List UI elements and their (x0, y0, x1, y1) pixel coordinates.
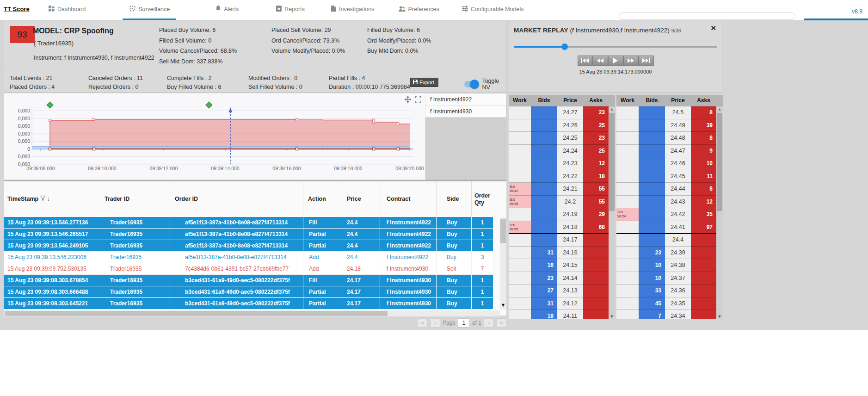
col-timestamp[interactable]: TimeStamp ↓ (4, 181, 96, 217)
tab-surveillance[interactable]: Surveillance (123, 0, 176, 20)
bid-cell[interactable] (531, 196, 557, 209)
bid-cell[interactable] (639, 119, 665, 132)
price-cell[interactable]: 24.45 (665, 170, 691, 183)
price-cell[interactable]: 24.16 (557, 247, 583, 260)
ask-cell[interactable]: 55 (583, 183, 609, 196)
price-cell[interactable]: 24.22 (557, 170, 583, 183)
ask-cell[interactable] (691, 310, 716, 319)
price-cell[interactable]: 24.11 (557, 310, 583, 319)
bid-cell[interactable]: 18 (531, 310, 557, 319)
play-button[interactable] (608, 56, 623, 66)
dom-row[interactable]: 24.4939 (616, 119, 716, 132)
bid-cell[interactable] (639, 196, 665, 209)
dom-row[interactable]: 24.479 (616, 145, 716, 158)
price-cell[interactable]: 24.24 (557, 145, 583, 158)
pan-icon[interactable] (405, 96, 411, 105)
bid-cell[interactable] (531, 208, 557, 221)
dom-row[interactable]: 3124.12 (509, 297, 609, 310)
bid-cell[interactable]: 33 (639, 285, 665, 297)
bid-cell[interactable] (639, 208, 665, 221)
ask-cell[interactable] (691, 285, 716, 297)
dom-row[interactable]: S:0W:4224.2155 (509, 183, 609, 196)
brand-tt-score[interactable]: TT Score (4, 6, 30, 12)
scrollbar-thumb[interactable] (717, 113, 722, 211)
table-row[interactable]: 15 Aug 23 09:39:09.752.530135Trader16935… (4, 263, 493, 275)
bid-cell[interactable] (531, 119, 557, 132)
fast-forward-button[interactable] (623, 56, 639, 66)
price-cell[interactable]: 24.43 (665, 196, 691, 209)
dom-row[interactable]: 24.4197 (616, 221, 716, 234)
ask-cell[interactable] (583, 310, 609, 319)
dom-row[interactable]: 1024.37 (616, 272, 716, 285)
instrument-item-4930[interactable]: f Instrument4930 (425, 105, 506, 118)
bid-cell[interactable] (639, 132, 665, 145)
price-cell[interactable]: 24.46 (665, 157, 691, 170)
ask-cell[interactable]: 12 (691, 196, 716, 209)
price-cell[interactable]: 24.23 (557, 157, 583, 170)
export-button[interactable]: Export (410, 78, 438, 87)
dom-row[interactable]: 24.2723 (509, 106, 609, 119)
slider-knob[interactable] (561, 43, 568, 50)
price-cell[interactable]: 24.38 (665, 259, 691, 272)
scrollbar-thumb[interactable] (500, 219, 506, 243)
price-cell[interactable]: 24.36 (665, 285, 691, 297)
skip-end-button[interactable] (639, 56, 654, 66)
bid-cell[interactable]: 7 (639, 310, 665, 319)
col-side[interactable]: Side (437, 181, 472, 217)
price-cell[interactable]: 24.21 (557, 183, 583, 196)
tab-alerts[interactable]: Alerts (209, 0, 245, 20)
col-action[interactable]: Action (303, 181, 341, 217)
dom-row[interactable]: 24.2312 (509, 157, 609, 170)
ask-cell[interactable]: 35 (691, 208, 716, 221)
ask-cell[interactable] (691, 297, 716, 310)
instrument-item-4922[interactable]: f Instrument4922 (425, 93, 506, 105)
ask-cell[interactable]: 55 (583, 196, 609, 209)
price-cell[interactable]: 24.42 (665, 208, 691, 221)
ask-cell[interactable]: 25 (583, 145, 609, 158)
col-price[interactable]: Price (341, 181, 380, 217)
last-page-button[interactable]: » (496, 318, 506, 328)
scrollbar-thumb[interactable] (5, 311, 388, 316)
ask-cell[interactable]: 23 (583, 106, 609, 119)
dom-row[interactable]: 4524.35 (616, 297, 716, 310)
table-row[interactable]: 15 Aug 23 09:39:13.546.277136Trader16935… (4, 217, 493, 229)
dom-scrollbar[interactable]: ▲▼ (716, 106, 723, 319)
price-cell[interactable]: 24.49 (665, 119, 691, 132)
bid-cell[interactable] (531, 221, 557, 234)
dom-row[interactable]: S:0W:2424.4235 (616, 208, 716, 221)
table-row[interactable]: 15 Aug 23 09:39:08.303.678854Trader16935… (4, 275, 493, 286)
dom-row[interactable]: 24.2218 (509, 170, 609, 183)
dom-row[interactable]: 3124.16 (509, 247, 609, 260)
ask-cell[interactable]: 23 (583, 132, 609, 145)
price-cell[interactable]: 24.44 (665, 183, 691, 196)
ask-cell[interactable] (583, 234, 609, 247)
scroll-down-icon[interactable]: ▼ (609, 314, 615, 319)
col-order-id[interactable]: Order ID (170, 181, 303, 217)
dom-row[interactable]: 1824.11 (509, 310, 609, 319)
ask-cell[interactable]: 18 (583, 170, 609, 183)
dom-row[interactable]: 24.2625 (509, 119, 609, 132)
dom-row[interactable]: 3324.36 (616, 285, 716, 297)
bid-cell[interactable] (531, 157, 557, 170)
bid-cell[interactable]: 45 (639, 297, 665, 310)
dom-row[interactable]: 724.34 (616, 310, 716, 319)
dom-row[interactable]: 24.448 (616, 183, 716, 196)
ask-cell[interactable] (583, 259, 609, 272)
dom-row[interactable]: 24.2523 (509, 132, 609, 145)
scroll-up-icon[interactable]: ▲ (609, 107, 615, 111)
tab-dashboard[interactable]: Dashboard (42, 0, 92, 20)
dom-row[interactable]: 24.4610 (616, 157, 716, 170)
price-cell[interactable]: 24.37 (665, 272, 691, 285)
page-number-input[interactable] (458, 318, 470, 328)
dom-row[interactable]: 1024.38 (616, 259, 716, 272)
ask-cell[interactable]: 8 (691, 183, 716, 196)
bid-cell[interactable] (639, 183, 665, 196)
table-horizontal-scrollbar[interactable] (4, 310, 500, 316)
scroll-down-icon[interactable]: ▼ (716, 314, 723, 319)
ask-cell[interactable] (691, 234, 716, 247)
col-order-qty[interactable]: Order Qty (472, 181, 493, 217)
col-contract[interactable]: Contract (380, 181, 437, 217)
price-cell[interactable]: 24.17 (557, 234, 583, 247)
price-cell[interactable]: 24.26 (557, 119, 583, 132)
price-cell[interactable]: 24.27 (557, 106, 583, 119)
